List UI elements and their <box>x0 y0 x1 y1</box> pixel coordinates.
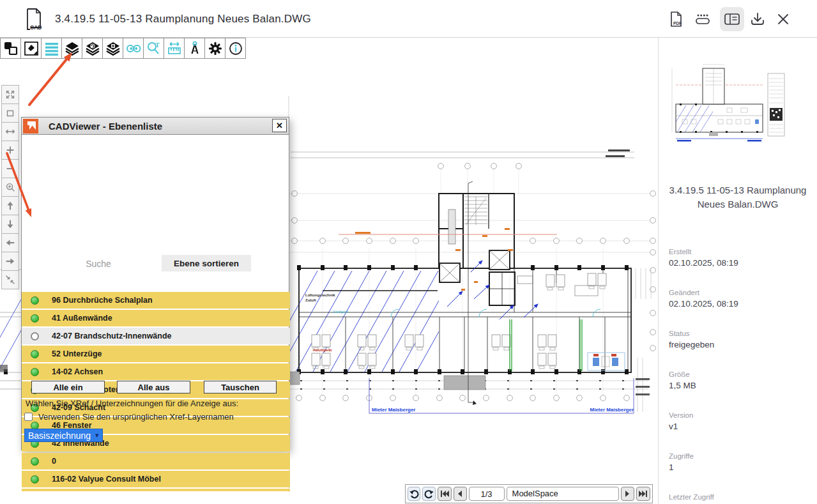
layer-row[interactable]: 96 Durchbrüche Schalplan <box>22 292 290 309</box>
layer-panel-button[interactable] <box>41 38 62 59</box>
layer-row[interactable]: 116-02 Valyue Consult Möbel <box>22 471 290 487</box>
previous-page-button[interactable] <box>454 487 466 501</box>
field-value: 02.10.2025, 08:19 <box>669 258 809 268</box>
svg-text:PDF: PDF <box>673 21 682 26</box>
field-value: 1,5 MB <box>669 381 809 390</box>
layers-add-icon <box>105 41 121 56</box>
field-label: Erstellt <box>669 248 809 256</box>
field-label: Zugriffe <box>669 452 809 460</box>
building-outline <box>299 268 631 372</box>
last-page-button[interactable] <box>636 487 650 501</box>
svg-text:Abluftgerät: Abluftgerät <box>313 348 332 352</box>
layer-visible-dot[interactable] <box>31 296 39 305</box>
dialog-titlebar[interactable]: CADViewer - Ebenenliste ✕ <box>22 118 289 135</box>
layer-row[interactable]: 115-01 Maisberger TB <box>22 489 290 491</box>
pan-left-button[interactable] <box>1 233 19 252</box>
layer-row[interactable]: 41 Außenwände <box>22 310 290 326</box>
layer-row[interactable]: 14-02 Achsen <box>22 363 290 380</box>
sort-layers-button[interactable]: Ebene sortieren <box>162 255 251 271</box>
arrow-up-icon <box>4 200 16 211</box>
export-pdf-button[interactable]: PDF <box>664 7 688 31</box>
compass-icon <box>187 41 202 56</box>
tenant-label-left: Mieter Maisberger <box>372 407 415 413</box>
svg-text:CAD: CAD <box>30 24 42 31</box>
background-color-button[interactable] <box>20 38 42 59</box>
paint-bucket-icon <box>24 41 39 56</box>
swap-view-button[interactable] <box>0 38 21 59</box>
svg-text:Zuluft: Zuluft <box>305 298 316 302</box>
stair-tower <box>439 194 515 305</box>
first-page-button[interactable] <box>438 487 452 501</box>
fit-view-button[interactable] <box>1 85 19 104</box>
pan-up-button[interactable] <box>1 196 19 215</box>
zoom-window-button[interactable] <box>1 103 19 123</box>
side-panel-icon <box>725 14 739 24</box>
next-page-icon <box>623 489 632 498</box>
previous-page-icon <box>455 489 464 498</box>
layer-visible-dot[interactable] <box>31 457 39 466</box>
fit-width-button[interactable] <box>1 122 19 141</box>
xref-layername-checkbox[interactable] <box>24 413 33 421</box>
zoom-in-button[interactable] <box>1 141 19 160</box>
layers-icon <box>65 41 80 56</box>
all-layers-on-button[interactable]: Alle ein <box>31 381 105 393</box>
dialog-title: CADViewer - Ebenenliste <box>49 121 162 132</box>
dropdown-arrow-icon: ▾ <box>95 431 99 439</box>
eyes-icon <box>125 41 142 56</box>
layer-row[interactable]: 0 <box>22 453 290 470</box>
layer-add-button[interactable] <box>102 38 123 59</box>
page-indicator-input[interactable] <box>469 487 505 501</box>
compass-button[interactable] <box>184 38 205 59</box>
page-navigation: ModelSpace <box>405 484 653 503</box>
layer-visible-dot[interactable] <box>31 314 39 323</box>
layer-hidden-radio[interactable] <box>31 332 39 340</box>
pan-right-button[interactable] <box>1 252 19 271</box>
measure-button[interactable] <box>164 38 185 59</box>
rotate-ccw-button[interactable] <box>408 487 420 501</box>
layer-row[interactable]: 52 Unterzüge <box>22 346 290 362</box>
settings-button[interactable] <box>204 38 225 59</box>
zoom-out-button[interactable] <box>1 159 19 178</box>
all-layers-off-button[interactable]: Alle aus <box>117 381 190 393</box>
next-page-button[interactable] <box>621 487 634 501</box>
versions-button[interactable] <box>691 7 715 31</box>
cad-file-icon: CAD <box>23 8 43 31</box>
base-drawing-select[interactable]: Basiszeichnung ▾ <box>24 429 103 442</box>
hatch-lines <box>261 271 473 372</box>
dialog-close-button[interactable]: ✕ <box>272 119 287 132</box>
rotate-cw-button[interactable] <box>422 487 435 501</box>
svg-text:Zuluftgerät: Zuluftgerät <box>333 310 349 314</box>
pan-down-button[interactable] <box>1 215 19 234</box>
zoom-magnifier-button[interactable] <box>1 178 19 197</box>
magnifier-plus-icon <box>4 181 16 193</box>
field-label: Status <box>669 330 809 337</box>
collapse-icon <box>4 274 16 286</box>
field-value: 02.10.2025, 08:19 <box>669 299 809 309</box>
field-label: Größe <box>669 370 809 378</box>
visibility-button[interactable] <box>123 38 144 59</box>
layer-row[interactable]: 42-07 Brandschutz-Innenwände <box>22 328 290 344</box>
furniture <box>312 273 606 369</box>
collapse-toolbar-button[interactable] <box>1 270 19 289</box>
text-search-button[interactable]: T <box>143 38 164 59</box>
toggle-details-panel-button[interactable] <box>720 7 744 31</box>
plus-icon <box>4 144 16 156</box>
dots-pill-icon <box>696 15 709 24</box>
layer-list-button[interactable] <box>61 38 82 59</box>
close-viewer-button[interactable] <box>771 7 795 31</box>
field-value: 1 <box>669 462 809 472</box>
layer-search-input[interactable] <box>38 256 159 272</box>
swap-layers-button[interactable]: Tauschen <box>204 381 277 393</box>
close-icon <box>779 15 788 24</box>
space-selector[interactable]: ModelSpace <box>507 487 620 501</box>
download-icon <box>752 13 763 24</box>
field-label: Version <box>669 411 809 419</box>
info-button[interactable] <box>225 38 246 59</box>
layers-sync-icon <box>85 41 100 56</box>
layer-refresh-button[interactable] <box>82 38 103 59</box>
layer-visible-dot[interactable] <box>31 350 39 358</box>
layer-visible-dot[interactable] <box>31 475 39 484</box>
download-button[interactable] <box>745 7 770 31</box>
layer-visible-dot[interactable] <box>31 368 39 376</box>
rectangle-icon <box>4 107 16 119</box>
